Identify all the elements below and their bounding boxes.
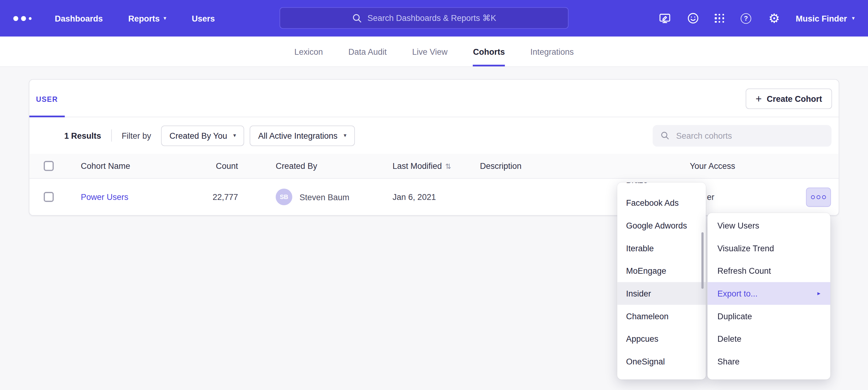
menu-item-view-users[interactable]: View Users	[707, 214, 830, 237]
create-cohort-button[interactable]: + Create Cohort	[745, 89, 832, 109]
filter-created-by-dropdown[interactable]: Created By You ▾	[161, 125, 244, 146]
topbar: Dashboards Reports▾ Users Search Dashboa…	[0, 0, 868, 37]
cohort-name-link[interactable]: Power Users	[81, 192, 128, 202]
menu-item-onesignal[interactable]: OneSignal	[617, 350, 706, 373]
help-icon[interactable]: ?	[739, 12, 752, 25]
cohorts-card: USER + Create Cohort 1 Results Filter by…	[29, 79, 839, 216]
created-by-cell: SB Steven Baum	[276, 189, 349, 205]
menu-item-visualize-trend[interactable]: Visualize Trend	[707, 237, 830, 260]
menu-item-delete[interactable]: Delete	[707, 328, 830, 350]
nav-users[interactable]: Users	[192, 13, 215, 23]
submenu-arrow-icon: ▸	[817, 290, 820, 297]
apps-grid-icon[interactable]	[715, 13, 724, 23]
dot-icon	[811, 195, 815, 199]
smiley-icon[interactable]	[687, 12, 700, 25]
cohort-search-input[interactable]	[675, 130, 824, 141]
your-access-partial-text: er	[707, 192, 714, 202]
global-search-placeholder: Search Dashboards & Reports ⌘K	[368, 13, 496, 23]
tab-data-audit[interactable]: Data Audit	[348, 37, 386, 66]
card-header: USER + Create Cohort	[29, 80, 838, 117]
col-created-by: Created By	[276, 161, 317, 171]
menu-item-refresh-count[interactable]: Refresh Count	[707, 259, 830, 282]
menu-item-facebook-ads[interactable]: Facebook Ads	[617, 191, 706, 214]
scrollbar-thumb[interactable]	[702, 232, 704, 289]
table-header: Cohort Name Count Created By Last Modifi…	[29, 154, 838, 179]
col-last-modified[interactable]: Last Modified⇅	[393, 161, 451, 171]
menu-item-duplicate[interactable]: Duplicate	[707, 305, 830, 328]
global-search-input[interactable]: Search Dashboards & Reports ⌘K	[279, 7, 568, 29]
divider	[111, 129, 112, 142]
col-cohort-name: Cohort Name	[81, 161, 130, 171]
menu-item-appcues[interactable]: Appcues	[617, 328, 706, 350]
filter-row: 1 Results Filter by Created By You ▾ All…	[29, 117, 838, 154]
project-switcher[interactable]: Music Finder ▾	[796, 13, 855, 23]
menu-item-iterable[interactable]: Iterable	[617, 237, 706, 260]
avatar: SB	[276, 189, 292, 205]
topbar-nav: Dashboards Reports▾ Users	[55, 13, 215, 23]
created-by-name: Steven Baum	[300, 192, 349, 202]
active-tab-underline	[29, 116, 65, 117]
tab-integrations[interactable]: Integrations	[530, 37, 574, 66]
col-description: Description	[480, 161, 521, 171]
select-all-checkbox[interactable]	[44, 161, 54, 171]
menu-item-insider[interactable]: Insider	[617, 282, 706, 305]
app-root: Dashboards Reports▾ Users Search Dashboa…	[0, 0, 868, 390]
filter-by-label: Filter by	[122, 131, 151, 140]
menu-item-share[interactable]: Share	[707, 350, 830, 373]
chevron-down-icon: ▾	[852, 15, 855, 21]
row-actions-menu: View Users Visualize Trend Refresh Count…	[707, 213, 830, 379]
search-icon	[660, 130, 670, 140]
cohort-count: 22,777	[184, 192, 238, 202]
nav-reports[interactable]: Reports▾	[128, 13, 166, 23]
tab-live-view[interactable]: Live View	[412, 37, 447, 66]
results-count: 1 Results	[64, 131, 101, 140]
tab-lexicon[interactable]: Lexicon	[294, 37, 323, 66]
tab-user-cohorts[interactable]: USER	[36, 95, 58, 103]
dot-icon	[822, 195, 826, 199]
tab-cohorts[interactable]: Cohorts	[473, 37, 505, 66]
plus-icon: +	[756, 93, 762, 104]
search-icon	[352, 13, 362, 23]
last-modified-cell: Jan 6, 2021	[393, 192, 436, 202]
filter-integrations-dropdown[interactable]: All Active Integrations ▾	[250, 125, 355, 146]
sort-icon: ⇅	[445, 162, 451, 171]
menu-item-braze[interactable]: Braze	[617, 183, 706, 192]
cohort-search-box[interactable]	[653, 125, 831, 147]
topbar-right: ? ⚙ Music Finder ▾	[658, 12, 855, 25]
menu-item-export-to[interactable]: Export to... ▸	[707, 282, 830, 305]
annotations-icon[interactable]	[658, 12, 672, 25]
section-tabs: Lexicon Data Audit Live View Cohorts Int…	[0, 37, 868, 67]
menu-item-google-adwords[interactable]: Google Adwords	[617, 214, 706, 237]
col-your-access: Your Access	[690, 161, 735, 171]
chevron-down-icon: ▾	[233, 133, 236, 138]
menu-item-moengage[interactable]: MoEngage	[617, 259, 706, 282]
nav-dashboards[interactable]: Dashboards	[55, 13, 103, 23]
settings-gear-icon[interactable]: ⚙	[768, 12, 781, 25]
table-row: Power Users 22,777 SB Steven Baum Jan 6,…	[29, 179, 838, 215]
export-submenu: Braze Facebook Ads Google Adwords Iterab…	[617, 183, 706, 380]
chevron-down-icon: ▾	[163, 15, 166, 21]
export-submenu-list: Braze Facebook Ads Google Adwords Iterab…	[617, 183, 706, 380]
row-overflow-menu-button[interactable]	[806, 188, 831, 207]
mixpanel-logo-icon[interactable]	[13, 16, 31, 21]
col-count: Count	[184, 161, 238, 171]
chevron-down-icon: ▾	[343, 133, 346, 138]
row-checkbox[interactable]	[44, 192, 54, 202]
project-name: Music Finder	[796, 13, 847, 23]
dot-icon	[816, 195, 820, 199]
menu-item-chameleon[interactable]: Chameleon	[617, 305, 706, 328]
